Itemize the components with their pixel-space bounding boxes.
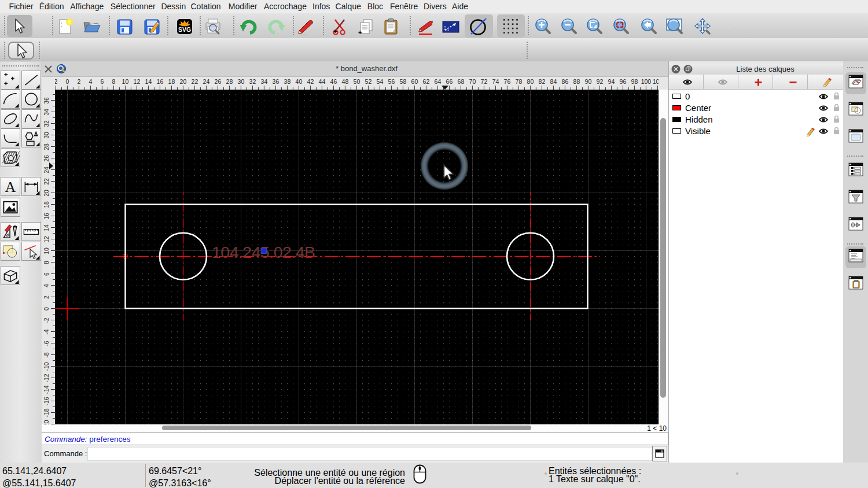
svg-text:16: 16 [157, 78, 164, 85]
svg-text:94: 94 [608, 78, 615, 85]
svg-text:+: + [358, 29, 362, 36]
svg-text:+: + [333, 28, 337, 35]
svg-text:48: 48 [342, 78, 349, 85]
svg-text:76: 76 [504, 78, 511, 85]
svg-text:18: 18 [43, 201, 50, 208]
svg-text:2: 2 [55, 78, 57, 85]
svg-text:68: 68 [458, 78, 465, 85]
svg-text:2: 2 [77, 78, 80, 85]
svg-text:4: 4 [43, 284, 50, 287]
svg-text:28: 28 [43, 143, 50, 150]
svg-text:46: 46 [330, 78, 337, 85]
svg-text:0: 0 [65, 78, 69, 85]
svg-text:-8: -8 [43, 352, 50, 357]
svg-text:-4: -4 [43, 329, 50, 334]
svg-text:50: 50 [354, 78, 361, 85]
svg-text:20: 20 [43, 190, 50, 197]
svg-text:80: 80 [527, 78, 534, 85]
svg-text:26: 26 [215, 78, 222, 85]
svg-text:-6: -6 [43, 341, 50, 346]
svg-text:SVG: SVG [178, 26, 191, 33]
svg-text:24: 24 [43, 167, 50, 173]
svg-text:102: 102 [653, 78, 659, 85]
svg-text:18: 18 [168, 78, 175, 85]
svg-text:2: 2 [43, 295, 50, 299]
svg-text:54: 54 [377, 78, 384, 85]
svg-text:12: 12 [134, 78, 141, 85]
svg-text:64: 64 [435, 78, 442, 85]
svg-text:36: 36 [273, 78, 279, 85]
svg-text:34: 34 [261, 78, 268, 85]
svg-text:36: 36 [43, 97, 50, 104]
svg-text:-16: -16 [43, 397, 50, 405]
svg-text:56: 56 [388, 78, 395, 85]
svg-text:6: 6 [43, 272, 50, 276]
svg-text:A: A [5, 179, 16, 195]
svg-text:78: 78 [516, 78, 523, 85]
svg-text:92: 92 [597, 78, 604, 85]
svg-text:14: 14 [43, 224, 50, 231]
svg-text:-10: -10 [43, 362, 50, 371]
svg-text:-12: -12 [43, 374, 50, 382]
svg-text:70: 70 [469, 78, 476, 85]
svg-text:8: 8 [43, 261, 50, 264]
svg-text:32: 32 [43, 120, 50, 127]
svg-text:-14: -14 [43, 385, 50, 394]
svg-text:26: 26 [43, 155, 50, 162]
svg-text:72: 72 [481, 78, 488, 85]
svg-text:-18: -18 [43, 408, 50, 417]
svg-text:96: 96 [620, 78, 627, 85]
svg-text:20: 20 [180, 78, 187, 85]
svg-text:30: 30 [238, 78, 245, 85]
svg-text:22: 22 [192, 78, 198, 85]
svg-text:-2: -2 [43, 317, 50, 323]
svg-text:62: 62 [423, 78, 430, 85]
svg-text:28: 28 [226, 78, 233, 85]
svg-text:24: 24 [203, 78, 210, 85]
svg-text:34: 34 [43, 109, 50, 116]
svg-text:38: 38 [284, 78, 291, 85]
svg-text:0: 0 [43, 307, 50, 310]
svg-text:6: 6 [100, 78, 104, 85]
svg-text:14: 14 [145, 78, 152, 85]
svg-text:86: 86 [562, 78, 569, 85]
svg-text:100: 100 [641, 78, 652, 85]
svg-text:90: 90 [585, 78, 592, 85]
svg-text:44: 44 [319, 78, 326, 85]
svg-text:98: 98 [631, 78, 638, 85]
svg-text:88: 88 [573, 78, 580, 85]
svg-text:8: 8 [112, 78, 115, 85]
svg-text:12: 12 [43, 236, 50, 243]
svg-text:84: 84 [550, 78, 557, 85]
svg-text:60: 60 [411, 78, 418, 85]
svg-text:58: 58 [400, 78, 407, 85]
svg-text:4: 4 [89, 78, 92, 85]
svg-text:82: 82 [539, 78, 546, 85]
svg-text:42: 42 [307, 78, 314, 85]
svg-text:40: 40 [296, 78, 303, 85]
svg-text:66: 66 [446, 78, 453, 85]
svg-text:16: 16 [43, 213, 50, 220]
svg-text:-20: -20 [43, 420, 50, 424]
svg-text:32: 32 [249, 78, 256, 85]
svg-text:22: 22 [43, 178, 50, 185]
svg-text:10: 10 [122, 78, 129, 85]
svg-text:30: 30 [43, 132, 50, 139]
svg-text:52: 52 [365, 78, 372, 85]
svg-text:10: 10 [43, 247, 50, 254]
svg-text:74: 74 [492, 78, 499, 85]
